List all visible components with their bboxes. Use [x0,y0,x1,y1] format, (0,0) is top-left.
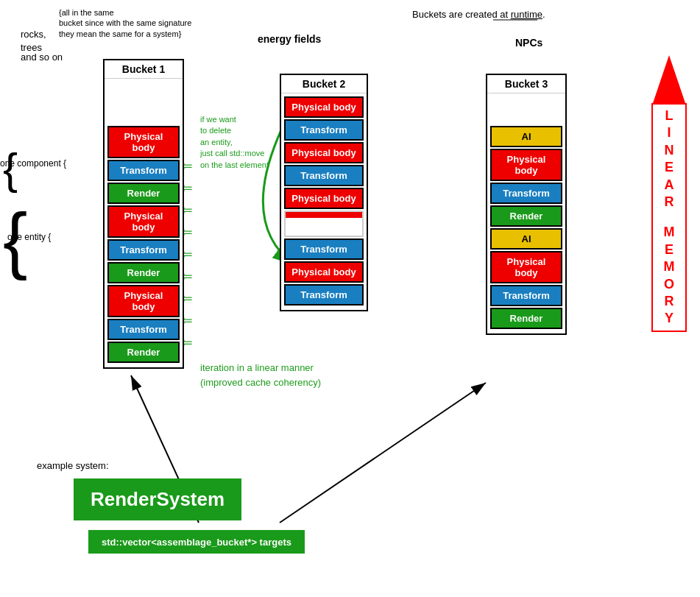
bucket3-title: Bucket 3 [487,75,565,93]
lm-E: E [665,159,674,176]
b3-transform2: Transform [490,285,562,306]
render-system-box: RenderSystem [74,478,241,520]
lm-A: A [665,177,674,194]
lm-O: O [664,276,674,293]
linear-memory-section: L I N E A R M E M O R Y [651,55,687,332]
delete-note: if we wantto deletean entity,just call s… [200,114,269,171]
svg-line-12 [280,383,486,523]
lm-I: I [667,124,671,141]
b1-transform2: Transform [107,239,180,261]
lm-L: L [665,107,674,124]
bucket1-title: Bucket 1 [105,60,183,79]
b2-transform1: Transform [284,119,364,141]
b1-transform1: Transform [107,160,180,181]
b3-physical2: Physical body [490,251,562,283]
b3-render1: Render [490,205,562,227]
b1-render1: Render [107,183,180,204]
bucket3-container: Bucket 3 AI Physical body Transform Rend… [486,74,567,335]
b2-physical4: Physical body [284,261,364,283]
example-system-label: example system: [37,460,109,471]
iteration-note: iteration in a linear manner(improved ca… [200,361,321,389]
b2-physical2: Physical body [284,142,364,163]
lm-R2: R [665,293,674,310]
b2-transform4: Transform [284,284,364,305]
b3-render2: Render [490,308,562,329]
lm-N: N [665,142,674,159]
b3-ai1: AI [490,126,562,147]
b1-physical1: Physical body [107,126,180,158]
b1-transform3: Transform [107,319,180,340]
vector-targets-label: std::vector<assemblage_bucket*> targets [102,537,291,548]
rocks-trees-label: rocks,trees [21,28,46,54]
render-system-label: RenderSystem [91,488,225,510]
lm-M1: M [664,224,675,241]
bucket2-title: Bucket 2 [281,75,367,93]
bucket1-container: Bucket 1 Physical body Transform Render … [103,59,184,369]
buckets-runtime-label: Buckets are created at runtime. [412,9,545,20]
energy-fields-label: energy fields [258,33,321,45]
b2-transform2: Transform [284,165,364,186]
and-so-on-label: and so on [21,52,63,63]
b3-ai2: AI [490,228,562,250]
bucket2-container: Bucket 2 Physical body Transform Physica… [280,74,368,311]
vector-targets-box: std::vector<assemblage_bucket*> targets [88,530,305,554]
b2-physical1: Physical body [284,96,364,118]
b1-render3: Render [107,342,180,363]
b1-physical2: Physical body [107,205,180,238]
one-entity-label: one entity { [7,232,51,242]
b1-physical3: Physical body [107,285,180,317]
same-bucket-note: {all in the samebucket since with the sa… [59,7,191,39]
b2-deleted [284,211,364,237]
b1-render2: Render [107,262,180,283]
lm-R: R [665,194,674,211]
one-component-label: one component { [0,158,66,169]
svg-text:{: { [3,144,18,194]
lm-Y: Y [665,310,674,327]
b3-transform1: Transform [490,183,562,204]
lm-E2: E [665,241,674,258]
b3-physical1: Physical body [490,149,562,181]
lm-M2: M [664,258,675,275]
b2-physical3: Physical body [284,188,364,209]
npcs-label: NPCs [515,37,542,49]
b2-transform3: Transform [284,239,364,260]
